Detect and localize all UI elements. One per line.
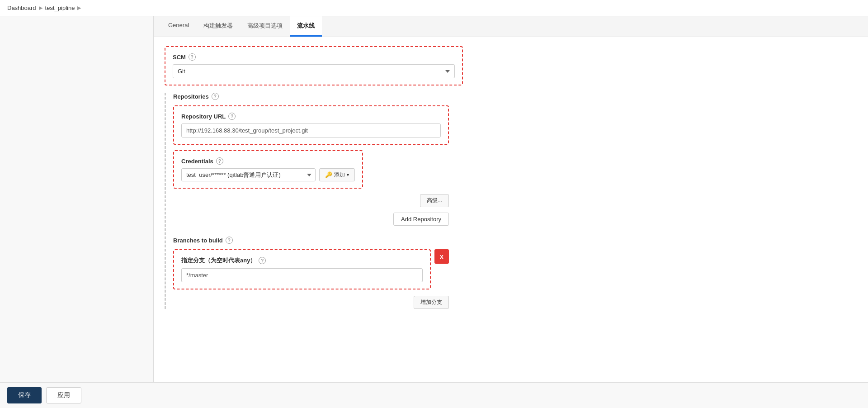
scm-section: SCM ? Git None Subversion bbox=[165, 46, 463, 85]
repo-url-help-icon[interactable]: ? bbox=[228, 113, 236, 120]
credentials-row: test_user/****** (qitlab普通用户认证) - 无 - 🔑 … bbox=[181, 168, 355, 181]
repo-url-label-text: Repository URL bbox=[181, 113, 226, 120]
key-icon: 🔑 bbox=[325, 171, 332, 178]
add-credentials-label: 添加 bbox=[334, 171, 345, 179]
credentials-select[interactable]: test_user/****** (qitlab普通用户认证) - 无 - bbox=[181, 168, 316, 181]
add-branch-button[interactable]: 增加分支 bbox=[414, 296, 449, 309]
breadcrumb-dashboard[interactable]: Dashboard bbox=[7, 5, 36, 11]
tab-build-triggers[interactable]: 构建触发器 bbox=[196, 16, 240, 37]
sidebar bbox=[0, 16, 154, 408]
add-credentials-button[interactable]: 🔑 添加 ▾ bbox=[319, 168, 355, 181]
tab-general[interactable]: General bbox=[161, 16, 196, 37]
branch-inner: 指定分支（为空时代表any） ? bbox=[173, 249, 431, 289]
tab-content-pipeline: SCM ? Git None Subversion Repositories ? bbox=[154, 37, 868, 318]
scm-help-icon[interactable]: ? bbox=[189, 53, 196, 61]
branch-spec-help-icon[interactable]: ? bbox=[259, 257, 266, 264]
main-container: General 构建触发器 高级项目选项 流水线 SCM ? Git None … bbox=[0, 16, 868, 408]
branch-delete-button[interactable]: x bbox=[434, 249, 449, 264]
tabs-bar: General 构建触发器 高级项目选项 流水线 bbox=[154, 16, 868, 37]
branch-spec-input[interactable] bbox=[181, 268, 423, 282]
repo-url-input[interactable] bbox=[181, 123, 441, 138]
add-branch-btn-row: 增加分支 bbox=[173, 293, 449, 309]
breadcrumb: Dashboard ▶ test_pipline ▶ bbox=[7, 5, 81, 11]
advanced-button[interactable]: 高级... bbox=[420, 194, 449, 207]
top-bar: Dashboard ▶ test_pipline ▶ bbox=[0, 0, 868, 16]
content-area: General 构建触发器 高级项目选项 流水线 SCM ? Git None … bbox=[154, 16, 868, 408]
credentials-label: Credentials ? bbox=[181, 157, 355, 165]
repo-url-label: Repository URL ? bbox=[181, 113, 441, 120]
scm-label: SCM ? bbox=[173, 53, 455, 61]
scm-select[interactable]: Git None Subversion bbox=[173, 64, 455, 78]
branch-spec-label: 指定分支（为空时代表any） ? bbox=[181, 256, 423, 265]
breadcrumb-sep-1: ▶ bbox=[39, 5, 42, 11]
scm-label-text: SCM bbox=[173, 54, 186, 61]
repositories-section: Repositories ? Repository URL ? bbox=[165, 93, 857, 309]
branches-label-text: Branches to build bbox=[173, 237, 223, 244]
branches-help-icon[interactable]: ? bbox=[226, 237, 233, 244]
credentials-help-icon[interactable]: ? bbox=[216, 157, 223, 165]
branch-spec-section: 指定分支（为空时代表any） ? bbox=[173, 249, 431, 289]
credentials-section: Credentials ? test_user/****** (qitlab普通… bbox=[173, 150, 363, 189]
add-credentials-dropdown-arrow: ▾ bbox=[347, 172, 349, 177]
branches-header: Branches to build ? bbox=[173, 237, 857, 244]
branch-delete-label: x bbox=[440, 253, 443, 260]
branch-delete-wrap: x bbox=[434, 249, 449, 264]
branch-item-row: 指定分支（为空时代表any） ? x bbox=[173, 249, 449, 289]
add-repo-btn-row: Add Repository bbox=[173, 213, 449, 226]
add-repository-button[interactable]: Add Repository bbox=[393, 213, 449, 226]
branch-spec-label-text: 指定分支（为空时代表any） bbox=[181, 256, 256, 265]
save-bar: 保存 应用 bbox=[0, 382, 868, 408]
repositories-help-icon[interactable]: ? bbox=[212, 93, 219, 100]
credentials-select-wrap: test_user/****** (qitlab普通用户认证) - 无 - bbox=[181, 168, 316, 181]
credentials-label-text: Credentials bbox=[181, 158, 213, 165]
advanced-btn-row: 高级... bbox=[173, 194, 449, 207]
breadcrumb-sep-2: ▶ bbox=[77, 5, 81, 11]
branches-section: Branches to build ? 指定分支（为空时代表any） ? bbox=[173, 237, 857, 309]
save-button[interactable]: 保存 bbox=[7, 387, 42, 403]
repositories-header: Repositories ? bbox=[173, 93, 857, 100]
repositories-label-text: Repositories bbox=[173, 93, 209, 100]
apply-button[interactable]: 应用 bbox=[46, 387, 81, 403]
breadcrumb-pipeline[interactable]: test_pipline bbox=[45, 5, 75, 11]
repo-url-section: Repository URL ? bbox=[173, 105, 449, 145]
repos-container: Repository URL ? Credentials ? bbox=[173, 105, 857, 226]
tab-advanced-options[interactable]: 高级项目选项 bbox=[240, 16, 290, 37]
tab-pipeline[interactable]: 流水线 bbox=[290, 16, 322, 37]
